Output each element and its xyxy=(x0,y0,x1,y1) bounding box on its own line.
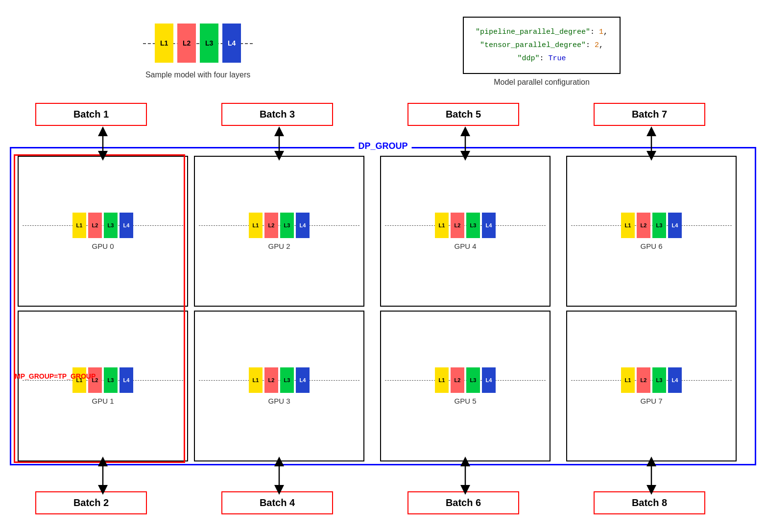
config-key-2: "tensor_parallel_degree" xyxy=(480,41,586,49)
gpu-4-l1: L1 xyxy=(435,213,449,238)
main-diagram: DP_GROUP MP_GROUP=TP_GROUP Batch 1 Batch… xyxy=(0,98,766,519)
config-key-1: "pipeline_parallel_degree" xyxy=(476,28,590,36)
gpu-5-l3: L3 xyxy=(466,367,480,393)
gpu-5-l4: L4 xyxy=(482,367,496,393)
sample-model: L1 L2 L3 L4 Sample model with four layer… xyxy=(145,24,250,79)
config-val-3: True xyxy=(549,54,566,63)
batch-2-box: Batch 2 xyxy=(35,491,147,514)
layer-l2: L2 xyxy=(177,24,196,63)
gpu-5-l2: L2 xyxy=(451,367,464,393)
gpu-7-l1: L1 xyxy=(621,367,635,393)
gpu-3-l2: L2 xyxy=(264,367,278,393)
config-line-3: "ddp": True xyxy=(476,52,608,65)
gpu-3-l1: L1 xyxy=(249,367,263,393)
gpu-4-l3: L3 xyxy=(466,213,480,238)
batch-4-box: Batch 4 xyxy=(221,491,333,514)
config-label: Model parallel configuration xyxy=(494,78,590,87)
gpu-2-l1: L1 xyxy=(249,213,263,238)
sample-model-label: Sample model with four layers xyxy=(145,71,250,79)
gpu-2-l2: L2 xyxy=(264,213,278,238)
batch-3-box: Batch 3 xyxy=(221,103,333,126)
layers-container: L1 L2 L3 L4 xyxy=(153,24,243,63)
batch-5-box: Batch 5 xyxy=(407,103,519,126)
gpu-4-l2: L2 xyxy=(451,213,464,238)
config-key-3: "ddp" xyxy=(518,54,540,63)
gpu-7-l3: L3 xyxy=(652,367,666,393)
mp-group-border xyxy=(14,154,185,463)
config-section: "pipeline_parallel_degree": 1, "tensor_p… xyxy=(463,17,621,87)
gpu-6-l2: L2 xyxy=(637,213,650,238)
config-line-1: "pipeline_parallel_degree": 1, xyxy=(476,25,608,39)
gpu-5-l1: L1 xyxy=(435,367,449,393)
gpu-3-l4: L4 xyxy=(296,367,310,393)
batch-8-box: Batch 8 xyxy=(594,491,705,514)
gpu-7-l2: L2 xyxy=(637,367,650,393)
top-section: L1 L2 L3 L4 Sample model with four layer… xyxy=(0,0,766,98)
config-line-2: "tensor_parallel_degree": 2, xyxy=(476,39,608,52)
config-box: "pipeline_parallel_degree": 1, "tensor_p… xyxy=(463,17,621,74)
batch-1-box: Batch 1 xyxy=(35,103,147,126)
gpu-6-l3: L3 xyxy=(652,213,666,238)
gpu-6-l1: L1 xyxy=(621,213,635,238)
layer-l1: L1 xyxy=(155,24,173,63)
layer-l4: L4 xyxy=(222,24,241,63)
mp-group-label: MP_GROUP=TP_GROUP xyxy=(15,372,96,380)
config-val-1: 1 xyxy=(599,28,603,36)
gpu-6-l4: L4 xyxy=(668,213,682,238)
gpu-7-l4: L4 xyxy=(668,367,682,393)
gpu-3-l3: L3 xyxy=(280,367,294,393)
gpu-2-l4: L4 xyxy=(296,213,310,238)
config-val-2: 2 xyxy=(595,41,599,49)
batch-7-box: Batch 7 xyxy=(594,103,705,126)
layer-l3: L3 xyxy=(200,24,218,63)
dp-group-label: DP_GROUP xyxy=(354,141,411,151)
batch-6-box: Batch 6 xyxy=(407,491,519,514)
gpu-4-l4: L4 xyxy=(482,213,496,238)
gpu-2-l3: L3 xyxy=(280,213,294,238)
